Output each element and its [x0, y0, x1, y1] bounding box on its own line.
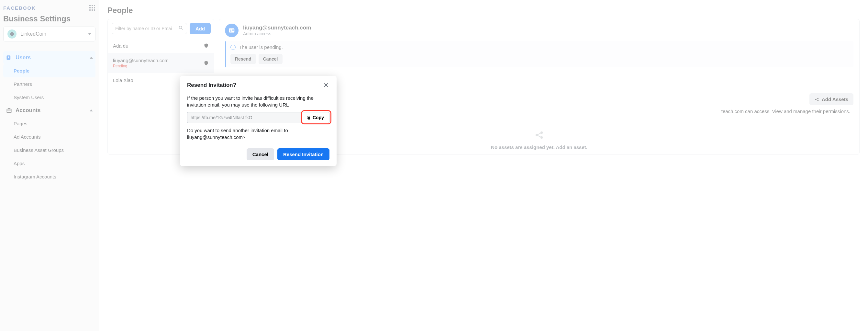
close-icon[interactable]: ✕: [322, 82, 330, 89]
modal-body-text-1: If the person you want to invite has dif…: [187, 95, 330, 108]
modal-body-text-2: Do you want to send another invitation e…: [187, 127, 330, 141]
invitation-url-input[interactable]: [187, 112, 301, 123]
modal-resend-button[interactable]: Resend Invitation: [277, 148, 330, 160]
modal-title: Resend Invitation?: [187, 82, 236, 88]
copy-label: Copy: [313, 115, 324, 120]
modal-overlay[interactable]: [0, 0, 868, 331]
copy-icon: [307, 116, 311, 120]
svg-rect-14: [308, 117, 310, 120]
resend-invitation-modal: Resend Invitation? ✕ If the person you w…: [180, 76, 337, 166]
copy-url-button[interactable]: Copy: [301, 112, 330, 123]
modal-cancel-button[interactable]: Cancel: [247, 148, 274, 160]
